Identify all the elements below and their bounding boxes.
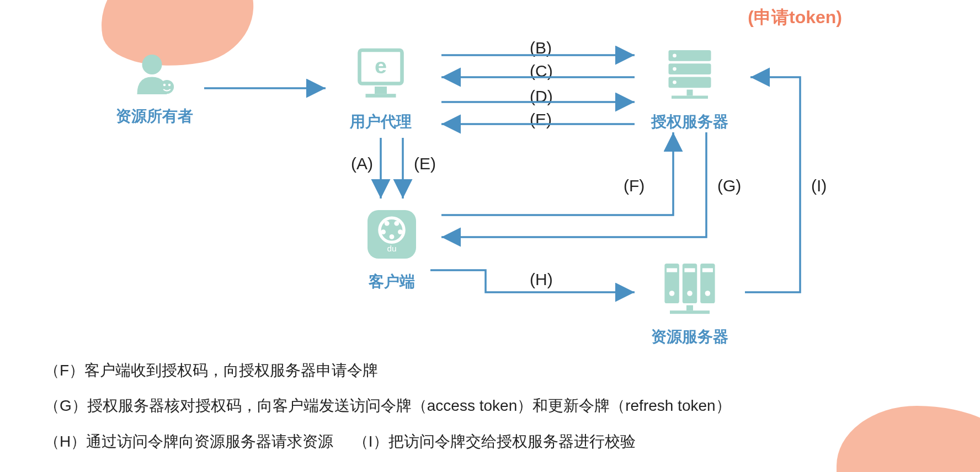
- app-icon: du: [361, 204, 422, 265]
- node-owner-label: 资源所有者: [110, 106, 199, 127]
- node-client-label: 客户端: [353, 271, 430, 292]
- node-agent-label: 用户代理: [331, 111, 430, 132]
- svg-rect-29: [687, 90, 693, 96]
- svg-rect-41: [670, 310, 710, 314]
- storage-icon: [657, 254, 723, 320]
- node-user-agent: e 用户代理: [331, 44, 430, 132]
- svg-point-19: [381, 229, 386, 234]
- svg-point-21: [390, 234, 395, 239]
- server-icon: [659, 44, 720, 105]
- svg-point-36: [705, 291, 711, 296]
- oauth-flow-diagram: (A) (E) (B) (C) (D) (E) (F) (G) (H) (I) …: [0, 0, 980, 472]
- edge-label-i: (I): [811, 176, 827, 195]
- user-icon: [130, 50, 179, 99]
- svg-text:du: du: [387, 244, 396, 253]
- node-auth-label: 授权服务器: [640, 111, 739, 132]
- node-resource-server: 资源服务器: [640, 254, 739, 347]
- svg-rect-12: [375, 87, 387, 94]
- edge-label-f: (F): [624, 176, 645, 195]
- svg-rect-37: [667, 268, 677, 272]
- svg-point-20: [398, 229, 403, 234]
- svg-point-34: [669, 291, 675, 296]
- edge-label-h: (H): [530, 270, 553, 289]
- svg-point-28: [673, 81, 677, 84]
- browser-icon: e: [350, 44, 411, 105]
- edge-label-d: (D): [530, 87, 553, 106]
- svg-point-18: [394, 221, 399, 226]
- svg-rect-38: [684, 268, 695, 272]
- edge-label-c: (C): [530, 62, 553, 81]
- svg-point-17: [385, 221, 390, 226]
- svg-rect-39: [702, 268, 713, 272]
- svg-rect-40: [686, 305, 693, 311]
- svg-point-8: [160, 80, 174, 94]
- svg-point-26: [673, 54, 677, 58]
- svg-point-9: [163, 84, 166, 87]
- svg-point-7: [142, 55, 162, 74]
- svg-point-27: [673, 67, 677, 71]
- svg-point-35: [687, 291, 693, 296]
- edge-label-e: (E): [530, 110, 552, 129]
- svg-text:e: e: [375, 53, 387, 78]
- svg-point-10: [168, 84, 171, 87]
- node-resource-label: 资源服务器: [640, 326, 739, 347]
- edge-label-b: (B): [530, 39, 552, 57]
- node-auth-server: 授权服务器: [640, 44, 739, 132]
- edge-label-a: (A): [351, 154, 373, 173]
- edge-label-g: (G): [717, 176, 741, 195]
- svg-rect-13: [366, 94, 396, 98]
- node-client: du 客户端: [353, 204, 430, 292]
- node-resource-owner: 资源所有者: [110, 50, 199, 127]
- svg-rect-30: [672, 96, 708, 99]
- edge-label-e2: (E): [414, 154, 436, 173]
